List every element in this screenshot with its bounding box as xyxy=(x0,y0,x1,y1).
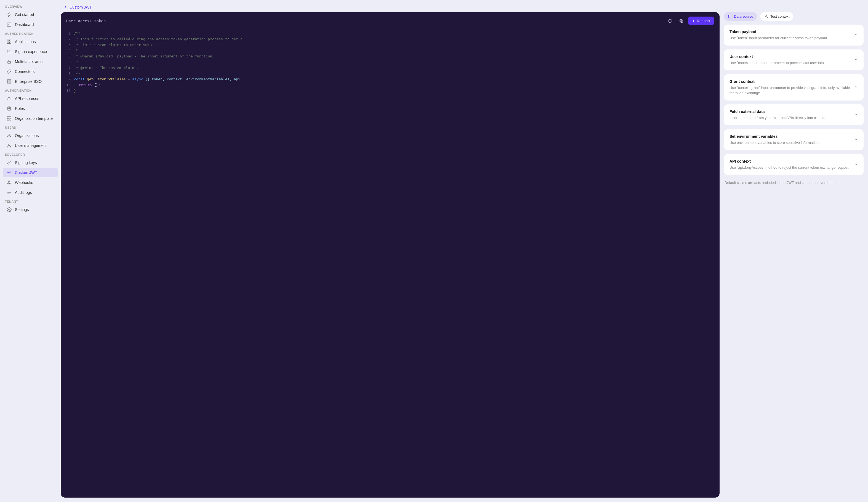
svg-point-18 xyxy=(9,172,10,173)
sidebar-item-label: Organizations xyxy=(15,133,39,138)
card-title: Grant context xyxy=(730,79,851,84)
main: Custom JWT User access token xyxy=(61,0,868,502)
editor-title: User access token xyxy=(66,19,106,23)
sidebar-item-label: Sign-in experience xyxy=(15,49,47,54)
tab-test-context[interactable]: Test context xyxy=(761,12,793,21)
section-authorization: AUTHORIZATION xyxy=(0,87,61,93)
sidebar-item-label: Audit logs xyxy=(15,190,32,195)
card-user-context[interactable]: User context Use `context.user` input pa… xyxy=(724,49,864,70)
section-overview: OVERVIEW xyxy=(0,3,61,9)
card-desc: Use environment variables to store sensi… xyxy=(730,140,820,145)
card-api-context[interactable]: API context Use `api.denyAccess` method … xyxy=(724,154,864,175)
link-icon xyxy=(7,69,12,74)
badge-icon xyxy=(7,106,12,111)
chevron-down-icon xyxy=(854,138,858,142)
svg-rect-6 xyxy=(8,61,11,63)
cloud-icon xyxy=(7,96,12,101)
line-gutter: 1 2 3 4 5 6 7 8 9 10 11 xyxy=(61,31,74,496)
section-tenant: TENANT xyxy=(0,198,61,204)
copy-icon xyxy=(679,19,683,23)
sidebar-item-user-management[interactable]: User management xyxy=(3,141,58,150)
footer-note: Default claims are auto-included in the … xyxy=(724,179,864,187)
sidebar-item-sign-in-experience[interactable]: Sign-in experience xyxy=(3,47,58,56)
sidebar-item-roles[interactable]: Roles xyxy=(3,104,58,113)
section-users: USERS xyxy=(0,124,61,130)
sidebar-item-get-started[interactable]: Get started xyxy=(3,10,58,19)
card-desc: Incorporate data from your external APIs… xyxy=(730,116,825,120)
card-icon xyxy=(7,49,12,54)
card-title: User context xyxy=(730,54,825,59)
sidebar-item-label: Webhooks xyxy=(15,180,33,185)
sidebar-item-dashboard[interactable]: Dashboard xyxy=(3,20,58,29)
sidebar-item-label: API resources xyxy=(15,97,39,101)
webhook-icon xyxy=(7,180,12,185)
sidebar-item-settings[interactable]: Settings xyxy=(3,205,58,214)
sidebar: OVERVIEW Get started Dashboard AUTHENTIC… xyxy=(0,0,61,502)
tab-label: Data source xyxy=(734,14,753,19)
card-title: Set environment variables xyxy=(730,134,820,139)
sidebar-item-label: Roles xyxy=(15,106,25,111)
sidebar-item-connectors[interactable]: Connectors xyxy=(3,67,58,76)
svg-rect-4 xyxy=(10,42,11,44)
sidebar-item-webhooks[interactable]: Webhooks xyxy=(3,178,58,187)
svg-rect-2 xyxy=(10,40,11,41)
svg-point-13 xyxy=(9,134,10,134)
svg-point-9 xyxy=(9,108,10,109)
bolt-icon xyxy=(7,12,12,17)
svg-point-16 xyxy=(8,144,10,145)
chevron-down-icon xyxy=(854,112,858,117)
svg-rect-11 xyxy=(7,119,9,120)
sidebar-item-organization-template[interactable]: Organization template xyxy=(3,114,58,123)
run-test-button[interactable]: Run test xyxy=(688,17,714,25)
sidebar-item-label: Custom JWT xyxy=(15,170,37,175)
sidebar-item-audit-logs[interactable]: Audit logs xyxy=(3,188,58,197)
editor-panel: User access token Run test xyxy=(61,12,720,498)
breadcrumb[interactable]: Custom JWT xyxy=(61,0,868,12)
run-test-label: Run test xyxy=(697,19,710,23)
flask-icon xyxy=(764,14,768,19)
svg-rect-12 xyxy=(10,119,11,120)
card-title: Token payload xyxy=(730,30,828,34)
sidebar-item-label: Applications xyxy=(15,40,36,44)
chevron-down-icon xyxy=(854,85,858,90)
sidebar-item-custom-jwt[interactable]: Custom JWT xyxy=(3,168,58,177)
svg-point-25 xyxy=(728,15,731,16)
card-title: API context xyxy=(730,159,849,163)
svg-rect-1 xyxy=(7,40,9,41)
card-fetch-external[interactable]: Fetch external data Incorporate data fro… xyxy=(724,104,864,126)
card-grant-context[interactable]: Grant context Use `context.grant` input … xyxy=(724,74,864,100)
code-editor[interactable]: 1 2 3 4 5 6 7 8 9 10 11 /** * This funct… xyxy=(61,30,720,498)
sidebar-item-signing-keys[interactable]: Signing keys xyxy=(3,158,58,167)
card-token-payload[interactable]: Token payload Use `token` input paramete… xyxy=(724,24,864,46)
card-env-vars[interactable]: Set environment variables Use environmen… xyxy=(724,129,864,150)
svg-rect-3 xyxy=(7,42,9,44)
card-desc: Use `context.user` input parameter to pr… xyxy=(730,60,825,66)
sidebar-item-applications[interactable]: Applications xyxy=(3,37,58,47)
sidebar-item-organizations[interactable]: Organizations xyxy=(3,131,58,140)
sidebar-item-label: Multi-factor auth xyxy=(15,59,42,64)
tab-data-source[interactable]: Data source xyxy=(724,12,757,21)
tab-label: Test context xyxy=(770,14,789,19)
sidebar-item-multi-factor-auth[interactable]: Multi-factor auth xyxy=(3,57,58,66)
card-desc: Use `token` input parameter for current … xyxy=(730,36,828,41)
sidebar-item-label: Signing keys xyxy=(15,160,37,165)
sidebar-item-api-resources[interactable]: API resources xyxy=(3,94,58,103)
key-icon xyxy=(7,160,12,165)
settings-icon xyxy=(7,207,12,212)
svg-rect-8 xyxy=(8,107,11,110)
sidebar-item-label: Get started xyxy=(15,12,34,17)
svg-point-17 xyxy=(8,163,9,164)
gear-icon xyxy=(7,170,12,175)
card-desc: Use `context.grant` input parameter to p… xyxy=(730,85,851,95)
refresh-button[interactable] xyxy=(666,17,674,25)
card-desc: Use `api.denyAccess` method to reject th… xyxy=(730,165,849,170)
lock-icon xyxy=(7,59,12,64)
building-icon xyxy=(7,79,12,84)
copy-button[interactable] xyxy=(677,17,685,25)
chevron-down-icon xyxy=(854,162,858,167)
chevron-down-icon xyxy=(854,58,858,62)
play-icon xyxy=(692,19,695,23)
breadcrumb-label: Custom JWT xyxy=(70,5,92,9)
sidebar-item-label: Connectors xyxy=(15,69,35,74)
sidebar-item-enterprise-sso[interactable]: Enterprise SSO xyxy=(3,77,58,86)
